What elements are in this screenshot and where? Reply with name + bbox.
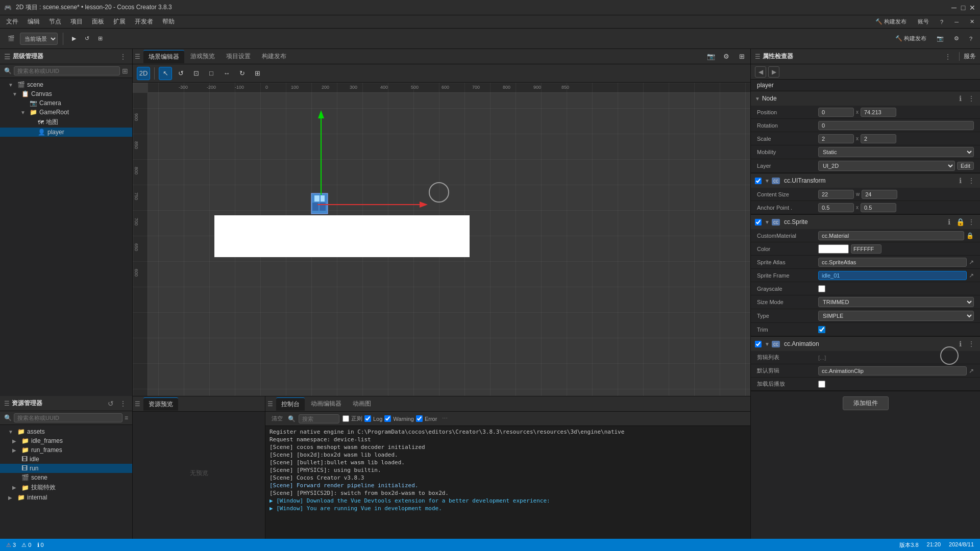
clip-list-container[interactable]: [...] xyxy=(818,354,974,361)
play-on-load-checkbox[interactable] xyxy=(818,381,825,388)
assets-hamburger-icon[interactable]: ☰ xyxy=(4,400,10,407)
rotate-tool-btn[interactable]: ↺ xyxy=(174,67,187,80)
layout-btn[interactable]: ⊞ xyxy=(94,33,106,44)
console-more-btn[interactable]: ⋯ xyxy=(440,414,450,423)
console-clear-btn[interactable]: 清空 xyxy=(270,414,285,423)
menu-file[interactable]: 文件 xyxy=(2,16,22,27)
default-clip-link-btn[interactable]: ↗ xyxy=(969,367,974,374)
scale-tool-btn[interactable]: ⊡ xyxy=(189,67,203,80)
add-component-btn[interactable]: 添加组件 xyxy=(843,396,889,410)
tree-item-scene[interactable]: ▼ 🎬 scene xyxy=(0,80,132,89)
center-hamburger-icon[interactable]: ☰ xyxy=(135,53,140,60)
menu-panel[interactable]: 面板 xyxy=(88,16,108,27)
scale-y-input[interactable] xyxy=(861,134,896,143)
custom-material-link-btn[interactable]: 🔒 xyxy=(966,232,974,239)
scene-mode-btn[interactable]: 🎬 xyxy=(4,33,18,44)
assets-item-assets[interactable]: ▼ 📁 assets xyxy=(0,427,132,436)
hierarchy-search-input[interactable] xyxy=(14,66,120,76)
help-btn[interactable]: ? xyxy=(937,17,947,27)
console-hamburger[interactable]: ☰ xyxy=(267,400,273,408)
tree-item-canvas[interactable]: ▼ 📋 Canvas xyxy=(0,89,132,98)
layer-select[interactable]: UI_2D xyxy=(818,161,955,171)
log-line-10[interactable]: ▶ [Window] You are running Vue in develo… xyxy=(270,505,746,512)
play-btn[interactable]: ▶ xyxy=(68,33,80,44)
maximize-button[interactable]: □ xyxy=(960,4,967,11)
tab-build-publish[interactable]: 构建发布 xyxy=(257,50,291,63)
scene-view[interactable]: -300 -200 -100 0 100 200 300 400 500 600… xyxy=(133,83,750,396)
sprite-frame-asset[interactable]: idle_01 xyxy=(818,271,967,280)
tab-game-preview[interactable]: 游戏预览 xyxy=(185,50,220,63)
filter-log-checkbox[interactable] xyxy=(364,415,371,422)
content-size-w-input[interactable] xyxy=(818,190,854,199)
tree-item-map[interactable]: ▶ 🗺 地图 xyxy=(0,117,132,128)
assets-item-run-frames[interactable]: ▶ 📁 run_frames xyxy=(0,445,132,455)
assets-list-icon[interactable]: ≡ xyxy=(125,414,128,421)
uitransform-header[interactable]: ▼ cc cc.UITransform ℹ ⋮ xyxy=(751,173,980,188)
tab-animation-graph[interactable]: 动画图 xyxy=(348,397,376,410)
hierarchy-menu-btn[interactable]: ⋮ xyxy=(118,52,128,62)
sprite-more-btn[interactable]: ⋮ xyxy=(967,217,976,227)
animation-enable-checkbox[interactable] xyxy=(755,341,762,347)
settings-btn[interactable]: ─ xyxy=(951,17,962,27)
animation-info-btn[interactable]: ℹ xyxy=(955,339,965,348)
hierarchy-extra-icon[interactable]: ⊞ xyxy=(122,67,128,75)
close2-btn[interactable]: ✕ xyxy=(966,16,978,27)
nav-back-btn[interactable]: ◀ xyxy=(755,66,766,78)
sprite-lock-btn[interactable]: 🔒 xyxy=(955,217,965,227)
menu-project[interactable]: 项目 xyxy=(66,16,87,27)
collapse-scene[interactable]: ▼ xyxy=(8,82,15,88)
default-clip-asset[interactable]: cc.AnimationClip xyxy=(818,366,967,375)
expand-idle-frames[interactable]: ▶ xyxy=(12,438,19,444)
anchor-x-input[interactable] xyxy=(818,203,854,212)
assets-item-effects[interactable]: ▶ 📁 技能特效 xyxy=(0,482,132,493)
mobility-select[interactable]: Static xyxy=(818,147,974,157)
custom-material-asset[interactable]: cc.Material xyxy=(818,231,964,240)
close-button[interactable]: ✕ xyxy=(969,4,976,11)
inspector-hamburger[interactable]: ☰ xyxy=(755,53,761,60)
color-hex-input[interactable] xyxy=(851,244,881,254)
sprite-atlas-link-btn[interactable]: ↗ xyxy=(969,259,974,266)
filter-warning-checkbox[interactable] xyxy=(384,415,391,422)
expand-run-frames[interactable]: ▶ xyxy=(12,447,19,453)
move-tool-btn[interactable]: ↔ xyxy=(220,67,233,80)
screenshot-scene-btn[interactable]: 📷 xyxy=(704,50,718,63)
assets-item-idle[interactable]: ▶ 🎞 idle xyxy=(0,455,132,464)
position-x-input[interactable] xyxy=(818,108,854,117)
sprite-info-btn[interactable]: ℹ xyxy=(944,217,953,227)
nav-forward-btn[interactable]: ▶ xyxy=(768,66,779,78)
tab-animation-editor[interactable]: 动画编辑器 xyxy=(306,397,347,410)
size-mode-select[interactable]: TRIMMED xyxy=(818,297,974,307)
menu-extend[interactable]: 扩展 xyxy=(109,16,130,27)
sprite-enable-checkbox[interactable] xyxy=(755,219,762,226)
sprite-frame-link-btn[interactable]: ↗ xyxy=(969,272,974,279)
menu-developer[interactable]: 开发者 xyxy=(131,16,157,27)
cursor-tool-btn[interactable]: ↖ xyxy=(159,67,172,80)
filter-error-checkbox[interactable] xyxy=(416,415,423,422)
tree-item-camera[interactable]: ▶ 📷 Camera xyxy=(0,98,132,108)
minimize-button[interactable]: ─ xyxy=(950,4,958,11)
position-y-input[interactable] xyxy=(861,108,896,117)
refresh-btn[interactable]: ↺ xyxy=(81,33,93,44)
uitransform-info-btn[interactable]: ℹ xyxy=(955,176,965,185)
preferences-btn[interactable]: ⚙ xyxy=(950,33,963,44)
grid-tool-btn[interactable]: ⊞ xyxy=(251,67,264,80)
tree-item-player[interactable]: ▶ 👤 player xyxy=(0,128,132,137)
menu-help[interactable]: 帮助 xyxy=(158,16,179,27)
sprite-header[interactable]: ▼ cc cc.Sprite ℹ 🔒 ⋮ xyxy=(751,215,980,229)
screenshot-btn[interactable]: 📷 xyxy=(933,33,947,44)
sprite-atlas-asset[interactable]: cc.SpriteAtlas xyxy=(818,258,967,267)
tab-console[interactable]: 控制台 xyxy=(276,397,305,411)
uitransform-more-btn[interactable]: ⋮ xyxy=(967,176,976,185)
node-info-btn[interactable]: ℹ xyxy=(955,94,965,103)
assets-menu-btn[interactable]: ⋮ xyxy=(118,398,128,409)
publish-btn2[interactable]: 🔨 构建发布 xyxy=(892,33,930,44)
expand-assets[interactable]: ▼ xyxy=(8,429,15,435)
help2-btn[interactable]: ? xyxy=(966,34,976,44)
assets-item-idle-frames[interactable]: ▶ 📁 idle_frames xyxy=(0,436,132,445)
assets-refresh-btn[interactable]: ↺ xyxy=(106,398,116,409)
animation-more-btn[interactable]: ⋮ xyxy=(967,339,976,348)
grayscale-checkbox[interactable] xyxy=(818,285,825,292)
collapse-canvas[interactable]: ▼ xyxy=(12,91,19,97)
tab-project-settings[interactable]: 项目设置 xyxy=(221,50,256,63)
tree-item-gameroot[interactable]: ▼ 📁 GameRoot xyxy=(0,108,132,117)
